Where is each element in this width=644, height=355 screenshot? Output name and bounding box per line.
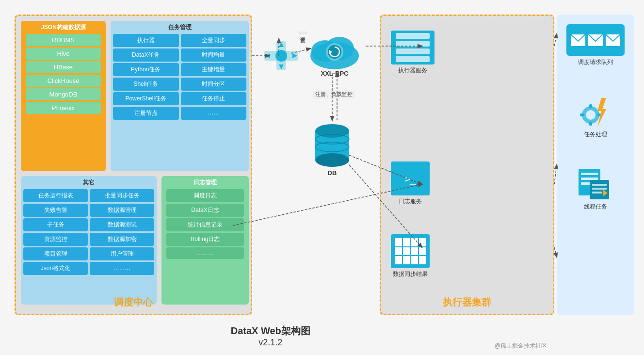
log-datax: DataX日志 xyxy=(166,204,244,217)
others-title: 其它 xyxy=(23,178,154,187)
queue-label: 调度请求队列 xyxy=(566,58,625,66)
thread-icon xyxy=(576,168,615,202)
network-switch-icon xyxy=(264,41,298,70)
others-row-3: 子任务 数据源测试 xyxy=(23,218,154,231)
task-proc-label: 任务处理 xyxy=(576,130,615,139)
others-row-4: 资源监控 数据源加密 xyxy=(23,233,154,246)
svg-text:>_: >_ xyxy=(404,173,417,185)
others-row-6: Json格式化 ……… xyxy=(23,262,154,275)
source-phoenix: Phoenix xyxy=(26,102,101,114)
task-row-2: DataX任务 时间增量 xyxy=(113,48,246,62)
log-rolling: Rolling日志 xyxy=(166,233,244,246)
log-service-group: >_ 日志服务 xyxy=(391,161,430,206)
watermark: @稀土掘金技术社区 xyxy=(495,342,547,350)
log-stats: 统计信息记录 xyxy=(166,218,244,231)
executor-cluster-label: 执行器集群 xyxy=(443,296,491,309)
log-more: ……… xyxy=(166,247,244,259)
other-user-mgmt: 用户管理 xyxy=(90,247,154,260)
task-mgmt-box: 任务管理 执行器 全量同步 DataX任务 时间增量 Python任务 主键增量… xyxy=(111,21,249,171)
other-sub-task: 子任务 xyxy=(23,218,88,231)
task-row-4: Shell任务 时间分区 xyxy=(113,78,246,91)
exec-service-group: 执行器服务 xyxy=(391,31,435,75)
db-group: DB xyxy=(310,119,354,177)
source-mongodb: MongoDB xyxy=(26,88,101,100)
others-row-2: 失败告警 数据源管理 xyxy=(23,204,154,217)
scheduler-center-box: JSON构建数据源 RDBMS Hive HBase ClickHouse Mo… xyxy=(15,15,252,315)
executor-cluster-box: 执行器服务 >_ 日志服务 数据同步结果 执行器集群 xyxy=(380,15,554,315)
log-schedule: 调度日志 xyxy=(166,189,244,202)
svg-rect-9 xyxy=(580,113,584,116)
others-box: 其它 任务运行报表 批量同步任务 失败告警 数据源管理 子任务 数据源测试 资源… xyxy=(21,176,157,305)
other-batch-sync: 批量同步任务 xyxy=(90,189,154,202)
json-sources-box: JSON构建数据源 RDBMS Hive HBase ClickHouse Mo… xyxy=(21,21,106,171)
source-rdbms: RDBMS xyxy=(26,34,101,46)
svg-rect-17 xyxy=(592,184,607,186)
task-more: …… xyxy=(181,107,247,120)
other-more: ……… xyxy=(90,262,154,275)
network-switch-group xyxy=(264,41,298,72)
data-sync-group: 数据同步结果 xyxy=(391,234,430,278)
right-panel: 调度请求队列 任务处理 xyxy=(557,15,634,315)
task-proc-group: 任务处理 xyxy=(576,96,615,139)
json-sources-title: JSON构建数据源 xyxy=(23,23,103,32)
diagram-container: JSON构建数据源 RDBMS Hive HBase ClickHouse Mo… xyxy=(0,0,644,355)
task-powershell: PowerShell任务 xyxy=(113,92,179,105)
xxl-rpc-cloud-icon xyxy=(308,27,361,70)
task-executor: 执行器 xyxy=(113,34,179,47)
data-sync-label: 数据同步结果 xyxy=(391,270,430,278)
version-label: v2.1.2 xyxy=(231,338,310,348)
svg-point-6 xyxy=(586,110,596,120)
db-label: DB xyxy=(310,169,354,177)
svg-rect-19 xyxy=(592,192,602,194)
other-project-mgmt: 项目管理 xyxy=(23,247,88,260)
xxl-rpc-label: XXL-RPC xyxy=(308,70,361,77)
scheduler-center-label: 调度中心 xyxy=(114,296,153,309)
other-task-report: 任务运行报表 xyxy=(23,189,88,202)
other-datasource-encrypt: 数据源加密 xyxy=(90,233,154,246)
source-clickhouse: ClickHouse xyxy=(26,75,101,87)
reg-monitor-label: 注册、负载监控 xyxy=(313,90,355,99)
other-json-format: Json格式化 xyxy=(23,262,88,275)
exec-service-icon xyxy=(391,31,435,65)
svg-rect-8 xyxy=(589,122,592,126)
task-row-1: 执行器 全量同步 xyxy=(113,34,246,47)
xxl-rpc-group: XXL-RPC xyxy=(308,27,361,77)
main-title: DataX Web架构图 xyxy=(231,324,310,338)
task-datax: DataX任务 xyxy=(113,48,179,62)
log-service-label: 日志服务 xyxy=(391,197,430,206)
other-datasource-mgmt: 数据源管理 xyxy=(90,204,154,217)
db-icon xyxy=(310,119,354,167)
other-alert: 失败告警 xyxy=(23,204,88,217)
svg-point-36 xyxy=(315,153,349,167)
task-proc-icon xyxy=(576,96,615,129)
source-hive: Hive xyxy=(26,48,101,60)
task-schedule-label: 任务调度 xyxy=(298,32,307,34)
queue-icon xyxy=(566,24,625,56)
task-time-incr: 时间增量 xyxy=(181,48,247,62)
other-resource-monitor: 资源监控 xyxy=(23,233,88,246)
thread-label: 线程任务 xyxy=(576,203,615,211)
task-row-5: PowerShell任务 任务停止 xyxy=(113,92,246,105)
svg-rect-7 xyxy=(589,104,592,108)
thread-group: 线程任务 xyxy=(576,168,615,211)
log-mgmt-title: 日志管理 xyxy=(164,178,246,187)
task-row-6: 注册节点 …… xyxy=(113,107,246,120)
exec-service-label: 执行器服务 xyxy=(391,66,435,75)
task-python: Python任务 xyxy=(113,63,179,76)
others-row-1: 任务运行报表 批量同步任务 xyxy=(23,189,154,202)
source-hbase: HBase xyxy=(26,61,101,73)
task-stop: 任务停止 xyxy=(181,92,247,105)
svg-point-23 xyxy=(275,50,287,62)
svg-rect-18 xyxy=(592,188,607,190)
task-time-part: 时间分区 xyxy=(181,78,247,91)
queue-group: 调度请求队列 xyxy=(566,24,625,66)
task-full-sync: 全量同步 xyxy=(181,34,247,47)
task-shell: Shell任务 xyxy=(113,78,179,91)
task-row-3: Python任务 主键增量 xyxy=(113,63,246,76)
bottom-title-group: DataX Web架构图 v2.1.2 xyxy=(231,324,310,348)
svg-rect-13 xyxy=(581,173,598,175)
log-service-icon: >_ xyxy=(391,161,430,195)
data-sync-icon xyxy=(391,234,430,268)
task-register: 注册节点 xyxy=(113,107,179,120)
task-mgmt-title: 任务管理 xyxy=(113,23,246,32)
